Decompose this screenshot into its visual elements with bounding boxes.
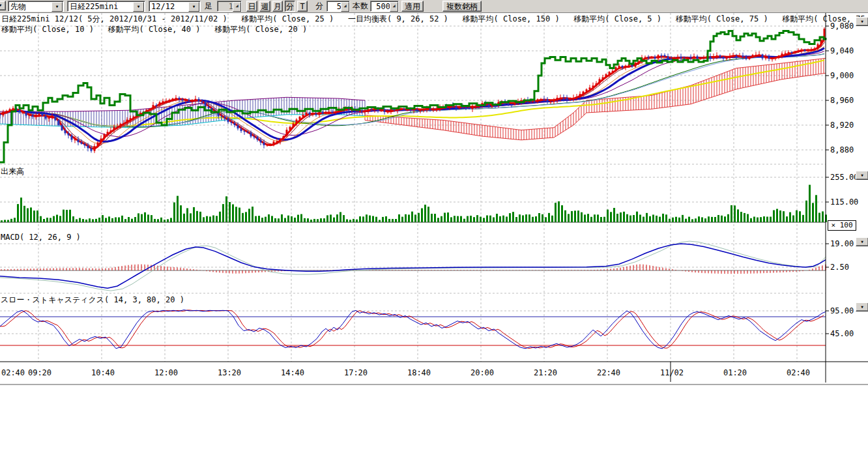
axis-tick-label: 9,040 bbox=[830, 46, 854, 55]
stochastics-panel-label: スロー・ストキャスティクス( 14, 3, 80, 20 ) bbox=[1, 295, 184, 306]
volume-panel-scale-button[interactable]: ▼ bbox=[856, 171, 868, 180]
axis-tick-label: 20:00 bbox=[470, 368, 494, 377]
axis-tick-label: 11/02 bbox=[660, 368, 684, 377]
axis-tick-label: 21:20 bbox=[534, 368, 557, 377]
volume-multiplier-badge: × 100 bbox=[828, 220, 856, 231]
axis-tick-label: 01:20 bbox=[723, 368, 747, 377]
axis-tick-label: 45.00 bbox=[830, 329, 854, 338]
axis-tick-label: 9,000 bbox=[830, 71, 854, 80]
macd-panel-label: MACD( 12, 26, 9 ) bbox=[1, 233, 81, 242]
axis-tick-label: 14:40 bbox=[281, 368, 304, 377]
trading-app-window: ▼ 先物 ▼ 日経225mini ▼ 12/12 ▼ 足 1 ◢ 日 週 月 分… bbox=[0, 0, 868, 464]
volume-bars bbox=[0, 185, 827, 222]
axis-tick-label: 10:40 bbox=[91, 368, 115, 377]
axis-tick-label: 18:40 bbox=[407, 368, 431, 377]
axis-tick-label: 02:40 bbox=[1, 368, 25, 377]
axis-tick-label: 95.00 bbox=[830, 306, 854, 315]
axis-tick-label: 8,960 bbox=[830, 96, 854, 105]
axis-tick-label: 09:20 bbox=[28, 368, 51, 377]
candlesticks bbox=[0, 27, 826, 153]
gridlines bbox=[0, 13, 826, 362]
axis-tick-label: 22:40 bbox=[597, 368, 620, 377]
ichimoku-cloud bbox=[0, 58, 826, 139]
stoch-panel-scale-button[interactable]: ▼ bbox=[856, 302, 868, 312]
axis-tick-label: 2.50 bbox=[830, 263, 849, 272]
chart-canvas[interactable]: 9,0809,0409,0008,9608,9208,880255.00115.… bbox=[0, 0, 868, 464]
axis-tick-label: 19.00 bbox=[830, 239, 854, 248]
axis-tick-label: 8,920 bbox=[830, 121, 854, 130]
triangle-down-icon: ▼ bbox=[861, 173, 863, 177]
stochastics-panel bbox=[0, 310, 826, 349]
axis-tick-label: 02:40 bbox=[787, 368, 810, 377]
axis-tick-label: 12:00 bbox=[154, 368, 178, 377]
triangle-down-icon: ▼ bbox=[861, 239, 863, 244]
macd-panel bbox=[0, 241, 826, 291]
triangle-down-icon: ▼ bbox=[861, 304, 863, 309]
axis-tick-label: 17:20 bbox=[344, 368, 368, 377]
price-panel-scale-button[interactable]: ▼ bbox=[856, 17, 868, 26]
axis-tick-label: 255.00 bbox=[830, 173, 858, 182]
chart-header-line2: 移動平均( Close, 10 ) 移動平均( Close, 40 ) 移動平均… bbox=[1, 24, 307, 35]
axis-tick-label: 13:20 bbox=[218, 368, 241, 377]
axis-tick-label: 8,880 bbox=[830, 145, 854, 154]
axis-tick-label: 115.00 bbox=[830, 197, 858, 207]
triangle-down-icon: ▼ bbox=[861, 19, 863, 23]
volume-panel-label: 出来高 bbox=[1, 166, 24, 177]
macd-panel-scale-button[interactable]: ▼ bbox=[856, 237, 868, 246]
chart-header-line1: 日経225mini 12/12( 5分, 2012/10/31 - 2012/1… bbox=[1, 14, 868, 25]
